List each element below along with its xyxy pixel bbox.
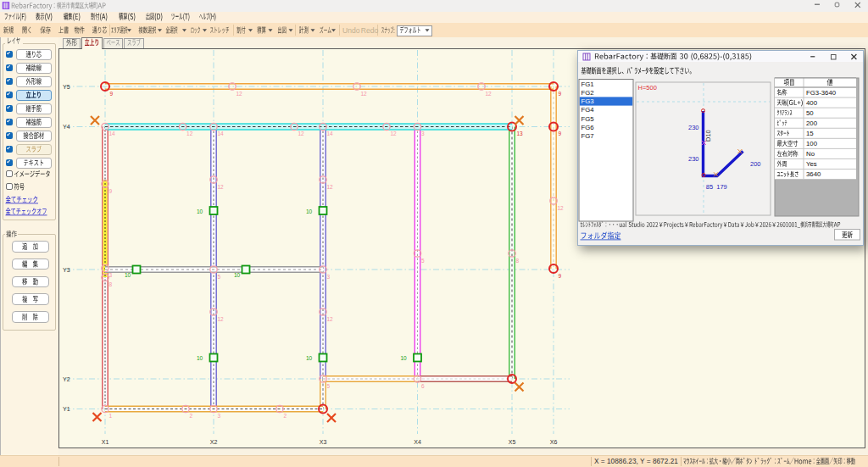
svg-text:Redo: Redo bbox=[361, 26, 379, 35]
svg-text:X = 10886.23, Y = 8672.21: X = 10886.23, Y = 8672.21 bbox=[594, 457, 678, 465]
svg-text:Undo: Undo bbox=[342, 26, 360, 35]
